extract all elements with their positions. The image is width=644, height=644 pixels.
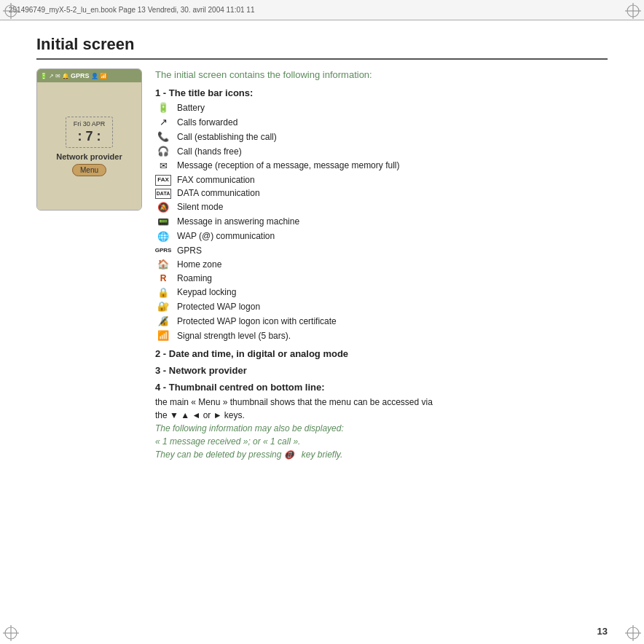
answering-machine-label: Message in answering machine	[177, 216, 299, 228]
fax-label: FAX communication	[177, 175, 255, 186]
gprs-label: GPRS	[71, 72, 90, 79]
silent-mode-icon: 🔕	[155, 202, 171, 214]
battery-icon-small: 🔋	[40, 73, 47, 79]
section4-detail: the main « Menu » thumbnail shows that t…	[155, 396, 608, 461]
data-label: DATA communication	[177, 188, 260, 200]
call-fwd-icon-small: ↗	[49, 73, 54, 79]
list-item: ✉ Message (reception of a message, messa…	[155, 160, 608, 173]
home-zone-label: Home zone	[177, 259, 221, 271]
wap-icon: 🌐	[155, 231, 171, 243]
list-item: 🔏 Protected WAP logon icon with certific…	[155, 315, 608, 328]
list-item: 🔋 Battery	[155, 102, 608, 114]
call-establishing-label: Call (establishing the call)	[177, 132, 277, 144]
corner-decoration-br	[625, 625, 641, 641]
calls-forwarded-icon: ↗	[155, 117, 171, 129]
protected-wap-cert-icon: 🔏	[155, 315, 171, 328]
signal-strength-icon: 📶	[155, 330, 171, 342]
list-item: 🌐 WAP (@) communication	[155, 231, 608, 243]
message-label: Message (reception of a message, message…	[177, 160, 399, 172]
list-item: 🏠 Home zone	[155, 259, 608, 271]
protected-wap-cert-label: Protected WAP logon icon with certificat…	[177, 316, 337, 328]
phone-status-bar: 🔋 ↗ ✉ 🔔 GPRS 👤 📶	[37, 69, 141, 82]
list-item: 📶 Signal strength level (5 bars).	[155, 330, 608, 342]
list-item: GPRS GPRS	[155, 246, 608, 257]
call-handsfree-icon: 🎧	[155, 146, 171, 158]
list-item: 📟 Message in answering machine	[155, 216, 608, 229]
gprs-description-label: GPRS	[177, 246, 202, 257]
list-item: 🔕 Silent mode	[155, 202, 608, 214]
message-icon: ✉	[155, 160, 171, 173]
data-icon: DATA	[155, 189, 171, 198]
list-item: FAX FAX communication	[155, 175, 608, 186]
main-content: Initial screen 🔋 ↗ ✉ 🔔 GPRS 👤 📶 Fri 30 A…	[29, 20, 615, 615]
answering-machine-icon: 📟	[155, 216, 171, 229]
envelope-icon-small: ✉	[55, 73, 60, 79]
phone-clock: : 7 :	[77, 129, 101, 144]
call-establishing-icon: 📞	[155, 131, 171, 144]
roaming-icon: R	[155, 273, 171, 285]
phone-screen: Fri 30 APR : 7 : Network provider Menu	[37, 82, 141, 210]
phone-menu-button[interactable]: Menu	[72, 164, 106, 176]
phone-status-icons: 🔋 ↗ ✉ 🔔 GPRS 👤 📶	[40, 72, 107, 79]
roaming-label: Roaming	[177, 273, 212, 285]
signal-strength-label: Signal strength level (5 bars).	[177, 331, 291, 342]
wap-label: WAP (@) communication	[177, 231, 275, 243]
battery-label: Battery	[177, 103, 205, 114]
home-zone-icon: 🏠	[155, 259, 171, 271]
call-handsfree-label: Call (hands free)	[177, 146, 242, 158]
corner-decoration-tl	[3, 3, 19, 19]
battery-icon: 🔋	[155, 102, 171, 114]
signal-icon-small: 📶	[100, 73, 107, 79]
keypad-locking-label: Keypad locking	[177, 287, 236, 299]
list-item: R Roaming	[155, 273, 608, 285]
corner-decoration-tr	[625, 3, 641, 19]
list-item: 🔒 Keypad locking	[155, 287, 608, 299]
list-item: 📞 Call (establishing the call)	[155, 131, 608, 144]
phone-mockup: 🔋 ↗ ✉ 🔔 GPRS 👤 📶 Fri 30 APR : 7 : Networ…	[36, 68, 142, 211]
phone-clock-area: Fri 30 APR : 7 :	[66, 117, 114, 148]
phone-icon-inline: 📵	[284, 450, 294, 459]
text-panel: The initial screen contains the followin…	[155, 68, 608, 461]
gprs-icon: GPRS	[155, 247, 171, 254]
keypad-locking-icon: 🔒	[155, 287, 171, 299]
phone-date: Fri 30 APR	[74, 120, 106, 127]
book-reference-text: 251496749_myX-5-2_lu_en.book Page 13 Ven…	[9, 6, 254, 14]
list-item: ↗ Calls forwarded	[155, 117, 608, 129]
section1-heading: 1 - The title bar icons:	[155, 87, 608, 98]
fax-icon: FAX	[155, 175, 171, 185]
intro-text: The initial screen contains the followin…	[155, 68, 608, 82]
section3-heading: 3 - Network provider	[155, 365, 608, 376]
section2-heading: 2 - Date and time, in digital or analog …	[155, 348, 608, 359]
page-title: Initial screen	[36, 35, 608, 60]
list-item: 🔐 Protected WAP logon	[155, 301, 608, 313]
icon-list: 🔋 Battery ↗ Calls forwarded 📞 Call (esta…	[155, 102, 608, 342]
content-area: 🔋 ↗ ✉ 🔔 GPRS 👤 📶 Fri 30 APR : 7 : Networ…	[36, 68, 608, 461]
list-item: DATA DATA communication	[155, 188, 608, 200]
corner-decoration-bl	[3, 625, 19, 641]
silent-icon-small: 🔔	[62, 73, 69, 79]
protected-wap-label: Protected WAP logon	[177, 302, 260, 313]
book-reference-bar: 251496749_myX-5-2_lu_en.book Page 13 Ven…	[0, 0, 644, 20]
italic-detail-1: The following information may also be di…	[155, 423, 344, 460]
protected-wap-icon: 🔐	[155, 301, 171, 313]
list-item: 🎧 Call (hands free)	[155, 146, 608, 158]
calls-forwarded-label: Calls forwarded	[177, 117, 237, 129]
section4-heading: 4 - Thumbnail centred on bottom line:	[155, 382, 608, 393]
phone-network-label: Network provider	[56, 152, 122, 161]
silent-mode-label: Silent mode	[177, 202, 223, 213]
page-number: 13	[597, 626, 608, 637]
person-icon-small: 👤	[91, 73, 98, 79]
